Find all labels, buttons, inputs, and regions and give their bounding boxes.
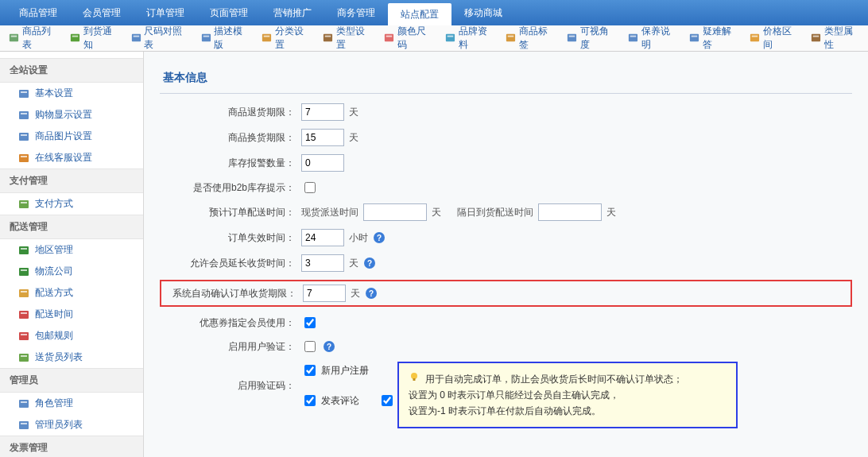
- nav-tab-5[interactable]: 商务管理: [324, 0, 388, 25]
- help-icon[interactable]: ?: [373, 231, 386, 244]
- checkbox-captcha-1[interactable]: [304, 395, 316, 406]
- sidebar-item-0-3[interactable]: 在线客服设置: [0, 147, 143, 168]
- tooltip-auto-confirm: 用于自动完成订单，防止会员收货后长时间不确认订单状态； 设置为 0 时表示订单只…: [397, 362, 738, 428]
- svg-rect-36: [19, 154, 29, 162]
- sidebar-item-2-3[interactable]: 配送时间: [0, 304, 143, 325]
- checkbox-captcha-0[interactable]: [304, 365, 316, 376]
- sidebar-item-3-0[interactable]: 角色管理: [0, 393, 143, 414]
- toolbar-item-qa[interactable]: 疑难解答: [684, 28, 743, 48]
- svg-rect-37: [21, 156, 27, 157]
- sidebar-item-0-2[interactable]: 商品图片设置: [0, 126, 143, 147]
- sidebar-item-2-0[interactable]: 地区管理: [0, 239, 143, 261]
- sidebar-item-3-1[interactable]: 管理员列表: [0, 414, 143, 436]
- svg-rect-53: [21, 334, 27, 335]
- sidebar-item-1-0[interactable]: 支付方式: [0, 193, 143, 215]
- sidebar-item-2-5[interactable]: 送货员列表: [0, 347, 143, 368]
- qa-icon: [688, 32, 700, 45]
- nav-tab-3[interactable]: 页面管理: [197, 0, 261, 25]
- toolbar-item-care[interactable]: 保养说明: [622, 28, 682, 48]
- help-icon[interactable]: ?: [323, 340, 335, 353]
- svg-rect-50: [19, 311, 29, 319]
- sidebar-item-2-2[interactable]: 配送方式: [0, 282, 143, 304]
- svg-rect-12: [385, 34, 393, 41]
- svg-rect-55: [21, 355, 27, 357]
- sidebar-group-4[interactable]: 发票管理: [0, 436, 143, 457]
- svg-text:?: ?: [367, 259, 372, 268]
- nav-tab-2[interactable]: 订单管理: [134, 0, 197, 25]
- toolbar-item-attr[interactable]: 类型属性: [805, 28, 865, 48]
- svg-rect-45: [21, 248, 27, 250]
- svg-rect-19: [569, 36, 575, 37]
- input-exchange-period[interactable]: [301, 129, 344, 146]
- toolbar-item-brand[interactable]: 品牌资料: [440, 28, 499, 48]
- checkbox-captcha-2[interactable]: [382, 395, 393, 406]
- input-auto-confirm[interactable]: [303, 285, 346, 302]
- unit-extend-receive: 天: [349, 257, 358, 270]
- toolbar-item-price[interactable]: 价格区间: [744, 28, 804, 48]
- brand-icon: [444, 32, 456, 45]
- svg-rect-4: [131, 34, 140, 41]
- toolbar-item-tag[interactable]: 分类设置: [256, 28, 316, 48]
- svg-rect-13: [386, 36, 392, 37]
- svg-rect-59: [21, 401, 27, 403]
- mail-icon: [17, 330, 30, 343]
- sidebar-item-2-4[interactable]: 包邮规则: [0, 325, 143, 347]
- sidebar-group-1[interactable]: 支付管理: [0, 168, 143, 193]
- input-extend-receive[interactable]: [301, 254, 344, 272]
- toolbar-item-list[interactable]: 商品列表: [3, 28, 63, 48]
- sidebar-item-0-1[interactable]: 购物显示设置: [0, 104, 143, 126]
- row-extend-receive: 允许会员延长收货时间： 天 ?: [160, 254, 852, 272]
- help-icon[interactable]: ?: [365, 287, 378, 300]
- toolbar-item-boxes[interactable]: 类型设置: [317, 28, 377, 48]
- svg-rect-46: [19, 268, 29, 276]
- label-b2b-stock: 是否使用b2b库存提示：: [160, 181, 301, 195]
- toolbar-item-ruler[interactable]: 尺码对照表: [126, 28, 194, 48]
- help-icon[interactable]: ?: [363, 257, 376, 269]
- svg-rect-52: [19, 332, 29, 340]
- svg-rect-27: [813, 36, 819, 37]
- sidebar-group-3[interactable]: 管理员: [0, 368, 143, 393]
- nav-tab-0[interactable]: 商品管理: [6, 0, 70, 25]
- label-extend-receive: 允许会员延长收货时间：: [160, 257, 301, 270]
- sidebar-item-0-0[interactable]: 基本设置: [0, 83, 143, 104]
- nav-tab-6[interactable]: 站点配置: [388, 3, 451, 25]
- toolbar-item-label[interactable]: 商品标签: [500, 28, 560, 48]
- svg-rect-49: [21, 291, 27, 292]
- sidebar-group-2[interactable]: 配送管理: [0, 215, 143, 239]
- unit-auto-confirm: 天: [351, 287, 360, 300]
- sidebar-group-0[interactable]: 全站设置: [0, 58, 143, 83]
- checkbox-b2b-stock[interactable]: [304, 182, 316, 193]
- row-exchange-period: 商品换货期限： 天: [160, 129, 852, 146]
- clock-icon: [17, 308, 30, 321]
- svg-point-76: [411, 373, 417, 379]
- checkbox-user-verify[interactable]: [304, 341, 316, 352]
- nav-tab-4[interactable]: 营销推广: [261, 0, 324, 25]
- input-order-expire[interactable]: [301, 229, 344, 246]
- input-nextday-days[interactable]: [538, 203, 602, 221]
- input-stock-alert[interactable]: [301, 154, 344, 172]
- input-instock-days[interactable]: [363, 203, 427, 221]
- toolbar-label: 类型属性: [824, 25, 860, 52]
- toolbar-label: 分类设置: [275, 25, 311, 52]
- sidebar-item-2-1[interactable]: 物流公司: [0, 261, 143, 282]
- toolbar-item-grid[interactable]: 颜色尺码: [378, 28, 438, 48]
- input-return-period[interactable]: [301, 103, 344, 121]
- toolbar-label: 尺码对照表: [144, 25, 188, 52]
- captcha-option-1: 发表评论: [301, 393, 359, 409]
- svg-rect-16: [506, 34, 515, 41]
- nav-tab-1[interactable]: 会员管理: [70, 0, 134, 25]
- checkbox-coupon-member[interactable]: [304, 317, 316, 328]
- svg-rect-41: [21, 202, 27, 203]
- nav-tab-7[interactable]: 移动商城: [451, 0, 515, 25]
- row-user-verify: 启用用户验证： ?: [160, 339, 852, 354]
- svg-rect-48: [19, 289, 29, 297]
- svg-rect-14: [445, 34, 454, 41]
- panel-title: 基本信息: [160, 66, 852, 94]
- toolbar-item-truck[interactable]: 到货通知: [64, 28, 124, 48]
- attr-icon: [810, 32, 822, 45]
- toolbar-item-eye[interactable]: 可视角度: [561, 28, 621, 48]
- prefix-instock: 现货派送时间: [301, 206, 358, 219]
- svg-rect-54: [19, 354, 29, 362]
- svg-rect-40: [19, 200, 29, 208]
- toolbar-item-doc[interactable]: 描述模版: [196, 28, 255, 48]
